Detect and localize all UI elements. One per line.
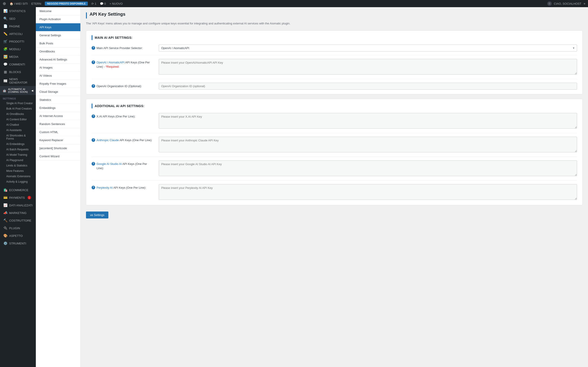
help-icon-provider[interactable]: ? [92,46,95,50]
sidebar-item-pagine[interactable]: 📄 PAGINE [0,22,36,30]
wp-logo-icon[interactable]: ⊕ [3,1,6,6]
sidebar-item-marketing[interactable]: 📣 MARKETING [0,209,36,217]
help-icon-google[interactable]: ? [92,162,95,166]
submenu-plugin-activation[interactable]: Plugin Activation [36,15,80,23]
sidebar-item-articoli[interactable]: ✏️ ARTICOLI [0,30,36,38]
user-greeting-link[interactable]: CIAO, SOCIALHOST [554,2,581,5]
anthropic-keys-label: ? Anthropic Claude API Keys (One Per Lin… [92,137,154,142]
sidebar-sub-playground[interactable]: AI Playground [0,158,36,163]
blocks-icon: ▦ [3,70,7,74]
openai-link[interactable]: OpenAI / AiomaticAPI [97,61,124,64]
sidebar-item-moduli[interactable]: 🧩 MODULI [0,45,36,53]
submenu-keyword-replacer[interactable]: Keyword Replacer [36,136,80,144]
negozio-badge[interactable]: NEGOZIO PRESTO DISPONIBILE [45,1,88,6]
submenu-embeddings[interactable]: Embeddings [36,104,80,112]
sidebar-item-costruttore[interactable]: 🔨 COSTRUTTORE [0,217,36,224]
updates-link[interactable]: ⟳ 1 [91,2,96,5]
submenu-sidebar: Welcome Plugin Activation API Keys Gener… [36,7,81,367]
openai-keys-textarea[interactable] [159,59,577,75]
submenu-ai-images[interactable]: AI Images [36,64,80,72]
site-name-link[interactable]: ETERN [31,2,41,5]
submenu-api-keys[interactable]: API Keys [36,23,80,31]
sidebar-item-commenti[interactable]: 💬 COMMENTI [0,60,36,68]
sidebar-sub-model-training[interactable]: AI Model Training [0,152,36,158]
sidebar-item-payments[interactable]: 💳 PAYMENTS 1 [0,194,36,201]
sidebar-sub-limits[interactable]: Limits & Statistics [0,163,36,168]
new-content-link[interactable]: + NUOVO [109,2,123,5]
submenu-welcome[interactable]: Welcome [36,7,80,15]
submenu-custom-html[interactable]: Custom HTML [36,128,80,136]
sidebar-sub-more-features[interactable]: More Features [0,168,36,174]
user-icon: 0 [547,1,552,6]
submenu-aicontent-shortcode[interactable]: [aicontent] Shortcode [36,144,80,152]
submenu-general-settings[interactable]: General Settings [36,31,80,39]
submenu-ai-internet[interactable]: AI Internet Access [36,112,80,120]
help-icon-perplexity[interactable]: ? [92,186,95,189]
sidebar-item-prodotti[interactable]: 🛒 PRODOTTI [0,38,36,45]
submenu-advanced-ai-settings[interactable]: Advanced AI Settings [36,56,80,64]
save-button[interactable]: ve Settings [86,211,108,218]
sidebar-item-news-generator[interactable]: 📰 NEWS GENERATOR [0,76,36,86]
submenu-bulk-posts[interactable]: Bulk Posts [36,39,80,48]
sidebar-sub-content-editor[interactable]: AI Content Editor [0,117,36,122]
payments-badge: 1 [28,196,31,200]
sidebar-sub-assistants[interactable]: AI Assistants [0,127,36,133]
provider-select[interactable]: OpenAI / AiomaticAPI Anthropic Claude Go… [159,45,577,51]
sidebar-item-strumenti[interactable]: ⚙️ STRUMENTI [0,240,36,247]
submenu-random-sentences[interactable]: Random Sentences [36,120,80,128]
help-icon-org[interactable]: ? [92,84,95,88]
additional-section-title: ADDITIONAL AI API SETTINGS: [95,104,144,108]
sidebar-item-plugin[interactable]: 🔌 PLUGIN [0,224,36,232]
sidebar-sub-chatbot[interactable]: AI Chatbot [0,122,36,127]
submenu-royalty-free[interactable]: Royalty Free Images [36,80,80,88]
sidebar-item-dati[interactable]: 📈 DATI ANALIZZATI [0,201,36,209]
submenu-cloud-storage[interactable]: Cloud Storage [36,88,80,96]
google-link[interactable]: Google AI Studio AI [97,162,122,166]
comment-count: 0 [104,2,106,5]
sidebar-item-aspetto[interactable]: 🎨 ASPETTO [0,232,36,240]
sidebar-sub-batch[interactable]: AI Batch Requests [0,147,36,152]
sidebar-item-blocks[interactable]: ▦ BLOCKS [0,68,36,76]
help-icon-anthropic[interactable]: ? [92,138,95,142]
help-icon-xai[interactable]: ? [92,115,95,118]
media-icon: 🖼️ [3,55,7,59]
sidebar-label-blocks: BLOCKS [9,70,21,74]
sidebar-sub-activity[interactable]: Activity & Logging [0,179,36,184]
perplexity-keys-textarea[interactable] [159,184,577,200]
my-sites-link[interactable]: 🏠 I MIEI SITI [10,2,28,5]
sidebar-item-media[interactable]: 🖼️ MEDIA [0,53,36,60]
perplexity-link[interactable]: Perplexity AI [97,186,113,189]
comments-link[interactable]: 💬 0 [100,2,106,5]
sidebar-sub-single-ai[interactable]: Single AI Post Creator [0,100,36,106]
openai-keys-label-text: OpenAI / AiomaticAPI API Keys (One Per L… [97,60,154,69]
openai-org-label-text: OpenAI Organization ID (Optional): [97,84,154,89]
openai-org-input[interactable] [159,83,577,90]
articoli-icon: ✏️ [3,32,7,36]
sidebar-item-seo[interactable]: 🔍 SEO [0,15,36,22]
help-icon-openai[interactable]: ? [92,60,95,64]
anthropic-keys-textarea[interactable] [159,137,577,152]
submenu-ai-videos[interactable]: AI Videos [36,72,80,80]
sidebar-item-statistics[interactable]: 📊 STATISTICS [0,7,36,15]
admin-bar-left: ⊕ 🏠 I MIEI SITI ETERN NEGOZIO PRESTO DIS… [3,1,544,6]
submenu-content-wizard[interactable]: Content Wizard [36,152,80,160]
sidebar-sub-bulk-ai[interactable]: Bulk AI Post Creators [0,106,36,111]
sidebar-sub-embeddings[interactable]: AI Embeddings [0,141,36,147]
sidebar-label-commenti: COMMENTI [9,63,25,66]
main-provider-label: ? Main API Service Provider Selector: [92,45,154,50]
sidebar-sub-shortcodes[interactable]: AI Shortcodes & Forms [0,133,36,141]
sidebar-item-automatic-ai[interactable]: 🤖 AUTOMATIC AI (COMING SOON) ◀ [0,86,36,95]
google-keys-textarea[interactable] [159,160,577,176]
submenu-statistics[interactable]: Statistics [36,96,80,104]
sidebar-item-ecommerce[interactable]: 🛍️ ECOMMERCE [0,186,36,194]
additional-section-header: ADDITIONAL AI API SETTINGS: [92,103,577,108]
xai-keys-textarea[interactable] [159,113,577,129]
admin-bar-right: 0 CIAO, SOCIALHOST ≡ [547,1,585,6]
perplexity-keys-row: ? Perplexity AI API Keys (One Per Line): [92,184,577,200]
sidebar-sub-extensions[interactable]: Aiomatic Extensions [0,174,36,179]
sidebar-sub-omniblocks[interactable]: AI OmniBlocks [0,111,36,117]
anthropic-link[interactable]: Anthropic Claude [97,138,119,142]
submenu-omniblocks[interactable]: OmniBlocks [36,48,80,56]
sidebar-label-dati: DATI ANALIZZATI [9,204,33,207]
google-keys-label: ? Google AI Studio AI API Keys (One Per … [92,160,154,170]
